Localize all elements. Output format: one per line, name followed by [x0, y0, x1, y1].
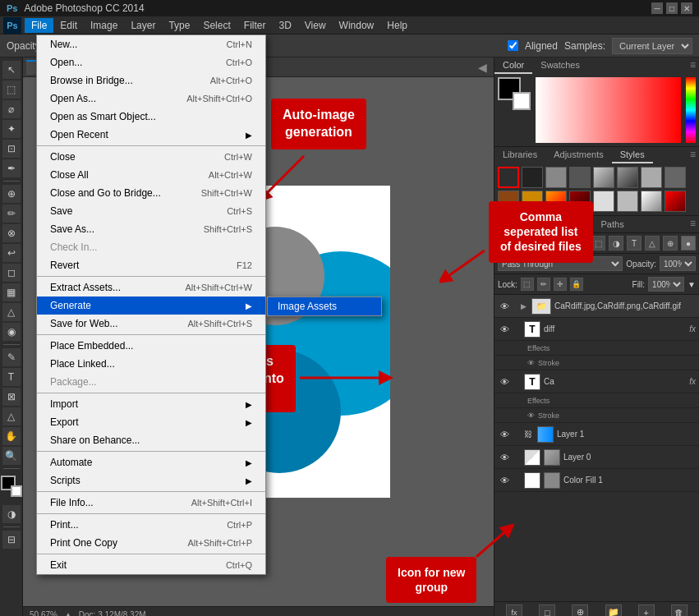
bg-color-swatch[interactable] [513, 92, 531, 110]
menu-window[interactable]: Window [333, 18, 381, 33]
add-effect-button[interactable]: fx [506, 605, 522, 617]
minimize-button[interactable]: ─ [651, 2, 663, 14]
new-group-button[interactable]: 📁 [605, 605, 622, 617]
tab-color[interactable]: Color [494, 57, 532, 74]
tool-eraser[interactable]: ◻ [2, 264, 21, 282]
menu-file[interactable]: File [25, 18, 53, 33]
style-swatch-gold[interactable] [522, 191, 543, 212]
style-swatch-gray1[interactable] [545, 167, 567, 188]
layer-visibility-layer1[interactable]: 👁 [498, 428, 511, 441]
filter-type-select[interactable]: Kind [532, 236, 587, 251]
tool-marquee[interactable]: ⬚ [2, 80, 21, 99]
layers-panel-menu-icon[interactable]: ≡ [687, 216, 699, 232]
menu-revert[interactable]: Revert F12 [37, 256, 265, 274]
menu-help[interactable]: Help [380, 18, 414, 33]
layer-visibility-group[interactable]: 👁 [498, 300, 511, 313]
style-swatch-gray3[interactable] [665, 167, 686, 188]
style-swatch-red[interactable] [569, 191, 591, 212]
delete-layer-button[interactable]: 🗑 [671, 605, 688, 617]
add-mask-button[interactable]: □ [539, 605, 555, 617]
tab-swatches[interactable]: Swatches [532, 57, 588, 74]
menu-edit[interactable]: Edit [53, 18, 84, 33]
menu-image[interactable]: Image [84, 18, 124, 33]
menu-layer[interactable]: Layer [124, 18, 162, 33]
opacity-blend-select[interactable]: 100% [660, 256, 696, 271]
tool-screenmode[interactable]: ⊟ [2, 531, 21, 549]
tool-zoom[interactable]: 🔍 [2, 447, 21, 465]
panel-collapse-icon[interactable]: ◀ [475, 61, 490, 74]
layer-item-colorfill[interactable]: 👁 Color Fill 1 [494, 469, 699, 492]
fill-select[interactable]: 100% [648, 277, 684, 292]
menu-select[interactable]: Select [196, 18, 237, 33]
color-panel-menu-icon[interactable]: ≡ [687, 57, 699, 74]
lock-paint-icon[interactable]: ✏ [537, 278, 550, 291]
title-bar-controls[interactable]: ─ □ ✕ [651, 2, 692, 14]
tool-brush[interactable]: ✏ [2, 205, 21, 223]
menu-filter[interactable]: Filter [237, 18, 273, 33]
menu-import[interactable]: Import ▶ [37, 395, 265, 413]
lock-position-icon[interactable]: ✛ [554, 278, 567, 291]
menu-open-as[interactable]: Open As... Alt+Shift+Ctrl+O [37, 90, 265, 108]
layer-item-diff[interactable]: 👁 T diff fx [494, 318, 699, 341]
layer-item-group[interactable]: 👁 ▶ 📁 CaRdiff.jpg,CaRdiff.png,CaRdiff.gi… [494, 295, 699, 318]
menu-place-linked[interactable]: Place Linked... [37, 355, 265, 373]
filter-adjust-icon[interactable]: ◑ [609, 236, 623, 251]
layer-collapse-icon[interactable]: ▶ [521, 302, 527, 310]
lock-transparency-icon[interactable]: ⬚ [521, 278, 534, 291]
menu-close-all[interactable]: Close All Alt+Ctrl+W [37, 166, 265, 184]
menu-open-recent[interactable]: Open Recent ▶ [37, 126, 265, 144]
tab-paths[interactable]: Paths [593, 216, 632, 232]
style-swatch-gray2[interactable] [569, 167, 591, 188]
styles-panel-menu-icon[interactable]: ≡ [687, 147, 699, 163]
menu-extract-assets[interactable]: Extract Assets... Alt+Shift+Ctrl+W [37, 278, 265, 297]
tab-adjustments[interactable]: Adjustments [545, 147, 612, 163]
layer-item-ca[interactable]: 👁 T Ca fx [494, 370, 699, 393]
tool-historybrush[interactable]: ↩ [2, 244, 21, 262]
menu-automate[interactable]: Automate ▶ [37, 453, 265, 471]
tab-libraries[interactable]: Libraries [494, 147, 545, 163]
tool-shape[interactable]: △ [2, 407, 21, 425]
menu-file-info[interactable]: File Info... Alt+Shift+Ctrl+I [37, 494, 265, 512]
menu-scripts[interactable]: Scripts ▶ [37, 471, 265, 490]
maximize-button[interactable]: □ [666, 2, 678, 14]
menu-close-go-bridge[interactable]: Close and Go to Bridge... Shift+Ctrl+W [37, 184, 265, 202]
lock-all-icon[interactable]: 🔒 [570, 278, 583, 291]
layer-visibility-layer0[interactable]: 👁 [498, 451, 511, 464]
submenu-image-assets[interactable]: Image Assets [268, 297, 381, 315]
tool-blur[interactable]: △ [2, 303, 21, 321]
filter-type-icon[interactable]: T [627, 236, 642, 251]
color-gradient-picker[interactable] [536, 77, 681, 143]
tool-hand[interactable]: ✋ [2, 427, 21, 445]
filter-smart-icon[interactable]: ⊕ [663, 236, 678, 251]
layer-visibility-ca[interactable]: 👁 [498, 375, 511, 388]
menu-new[interactable]: New... Ctrl+N [37, 35, 265, 53]
layer-visibility-diff[interactable]: 👁 [498, 323, 511, 336]
tool-eyedropper[interactable]: ✒ [2, 159, 21, 177]
layer-visibility-colorfill[interactable]: 👁 [498, 474, 511, 487]
menu-save-web[interactable]: Save for Web... Alt+Shift+Ctrl+S [37, 315, 265, 333]
blend-mode-select[interactable]: Pass Through [498, 256, 623, 271]
style-swatch-grad1[interactable] [593, 167, 614, 188]
menu-3d[interactable]: 3D [272, 18, 297, 33]
filter-toggle-icon[interactable]: ● [681, 236, 696, 251]
menu-browse-bridge[interactable]: Browse in Bridge... Alt+Ctrl+O [37, 71, 265, 90]
tool-text[interactable]: T [2, 368, 21, 386]
style-swatch-grad3[interactable] [641, 191, 662, 212]
tab-layers[interactable]: Layers [494, 216, 538, 232]
style-swatch-dark[interactable] [522, 167, 543, 188]
menu-save[interactable]: Save Ctrl+S [37, 202, 265, 220]
add-adjustment-button[interactable]: ⊕ [572, 605, 588, 617]
tool-gradient[interactable]: ▦ [2, 283, 21, 301]
new-layer-button[interactable]: + [638, 605, 655, 617]
tool-dodge[interactable]: ◉ [2, 323, 21, 341]
menu-open[interactable]: Open... Ctrl+O [37, 53, 265, 71]
tool-quickselect[interactable]: ✦ [2, 120, 21, 138]
style-swatch-brown[interactable] [498, 191, 519, 212]
menu-save-as[interactable]: Save As... Shift+Ctrl+S [37, 220, 265, 238]
menu-close[interactable]: Close Ctrl+W [37, 148, 265, 166]
aligned-checkbox[interactable] [508, 40, 518, 51]
color-swatches[interactable] [1, 476, 22, 497]
menu-open-smart[interactable]: Open as Smart Object... [37, 108, 265, 126]
style-swatch-light3[interactable] [617, 191, 638, 212]
menu-export[interactable]: Export ▶ [37, 413, 265, 431]
